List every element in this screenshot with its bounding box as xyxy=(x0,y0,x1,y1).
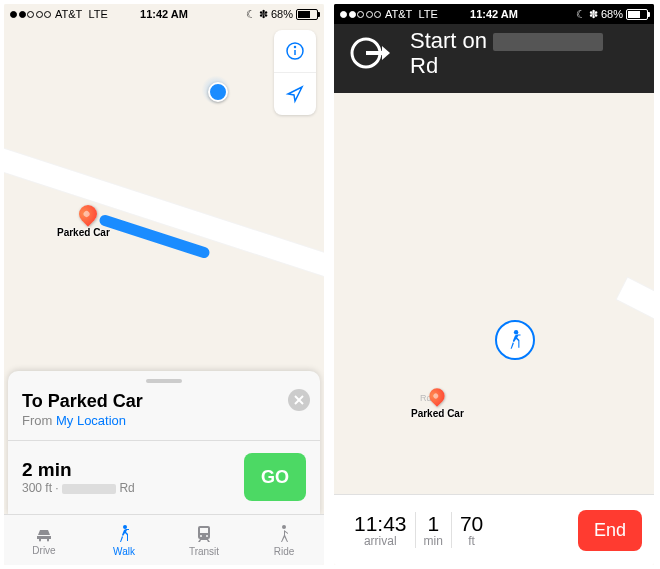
screen-navigation-active: Rd Parked Car Start on Rd AT&T LTE 11 xyxy=(334,4,654,565)
status-bar: AT&T LTE 11:42 AM ☾ ✽ 68% xyxy=(4,4,324,24)
network-label: LTE xyxy=(88,8,107,20)
bluetooth-icon: ✽ xyxy=(259,8,268,21)
svg-rect-7 xyxy=(200,528,208,533)
tab-walk[interactable]: Walk xyxy=(84,515,164,565)
eta-value: 2 min xyxy=(22,459,135,481)
svg-point-5 xyxy=(123,525,127,529)
turn-right-icon xyxy=(346,28,396,78)
tab-transit-label: Transit xyxy=(189,546,219,557)
current-location-dot xyxy=(208,82,228,102)
banner-prefix: Start on xyxy=(410,28,493,53)
navigation-footer: 11:43 arrival 1 min 70 ft End xyxy=(334,494,654,565)
battery-percent: 68% xyxy=(271,8,293,20)
parked-car-pin-label: Parked Car xyxy=(411,408,464,419)
parked-car-pin[interactable] xyxy=(426,385,448,407)
status-bar: AT&T LTE 11:42 AM ☾ ✽ 68% xyxy=(334,4,654,24)
network-label: LTE xyxy=(418,8,437,20)
svg-point-11 xyxy=(514,330,518,334)
do-not-disturb-icon: ☾ xyxy=(576,8,586,21)
minutes-value: 1 xyxy=(424,512,443,536)
redacted-road-name xyxy=(493,33,603,51)
arrival-label: arrival xyxy=(354,534,407,548)
tab-ride-label: Ride xyxy=(274,546,295,557)
transport-tabbar: Drive Walk Transit Ride xyxy=(4,514,324,565)
map-controls xyxy=(274,30,316,115)
from-location-link[interactable]: My Location xyxy=(56,413,126,428)
close-button[interactable] xyxy=(288,389,310,411)
road-suffix: Rd xyxy=(119,481,134,495)
redacted-road-name xyxy=(62,484,116,494)
minutes-stat: 1 min xyxy=(416,512,451,548)
feet-value: 70 xyxy=(460,512,483,536)
carrier-label: AT&T xyxy=(55,8,82,20)
locate-button[interactable] xyxy=(274,72,316,115)
svg-point-10 xyxy=(282,525,286,529)
card-title: To Parked Car xyxy=(22,391,306,412)
bluetooth-icon: ✽ xyxy=(589,8,598,21)
user-heading-icon xyxy=(495,320,535,360)
end-button[interactable]: End xyxy=(578,510,642,551)
go-button[interactable]: GO xyxy=(244,453,306,501)
arrival-value: 11:43 xyxy=(354,512,407,536)
parked-car-pin[interactable] xyxy=(75,201,100,226)
arrival-stat: 11:43 arrival xyxy=(346,512,415,548)
info-button[interactable] xyxy=(274,30,316,72)
parked-car-pin-label: Parked Car xyxy=(57,227,110,238)
tab-drive-label: Drive xyxy=(32,545,55,556)
svg-point-8 xyxy=(200,535,202,537)
banner-suffix: Rd xyxy=(410,53,438,78)
signal-dots-icon xyxy=(10,11,51,18)
distance-value: 300 ft · xyxy=(22,481,62,495)
carrier-label: AT&T xyxy=(385,8,412,20)
feet-label: ft xyxy=(460,534,483,548)
tab-transit[interactable]: Transit xyxy=(164,515,244,565)
tab-drive[interactable]: Drive xyxy=(4,515,84,565)
feet-stat: 70 ft xyxy=(452,512,491,548)
svg-point-9 xyxy=(206,535,208,537)
tab-walk-label: Walk xyxy=(113,546,135,557)
card-grabber[interactable] xyxy=(146,379,182,383)
minutes-label: min xyxy=(424,534,443,548)
do-not-disturb-icon: ☾ xyxy=(246,8,256,21)
battery-icon xyxy=(626,9,648,20)
screen-route-preview: Parked Car AT&T LTE 11:42 AM ☾ ✽ 68% xyxy=(4,4,324,565)
from-label: From xyxy=(22,413,52,428)
route-card[interactable]: To Parked Car From My Location 2 min 300… xyxy=(8,371,320,515)
tab-ride[interactable]: Ride xyxy=(244,515,324,565)
battery-percent: 68% xyxy=(601,8,623,20)
svg-point-1 xyxy=(295,47,296,48)
signal-dots-icon xyxy=(340,11,381,18)
battery-icon xyxy=(296,9,318,20)
